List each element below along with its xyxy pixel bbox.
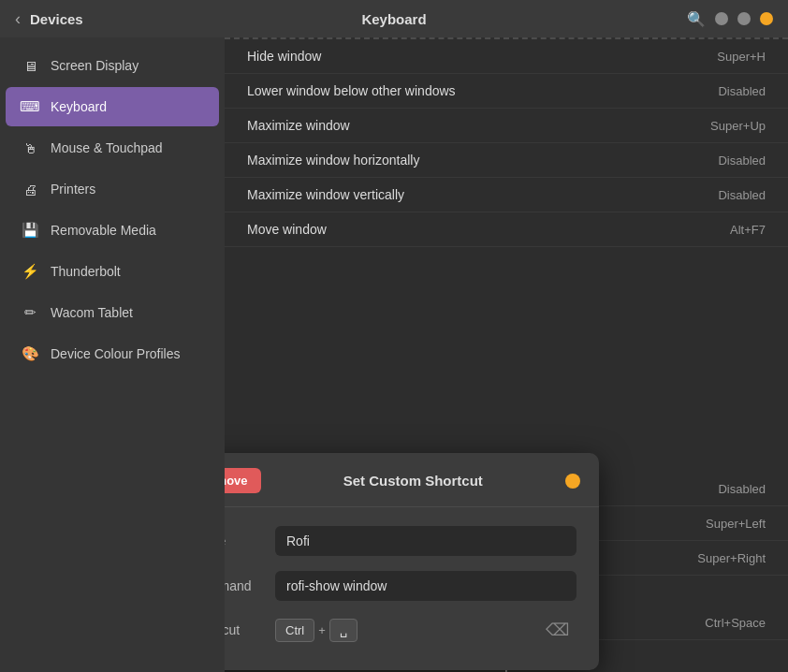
titlebar-right: 🔍: [687, 10, 773, 28]
keyboard-icon: ⌨: [21, 97, 39, 116]
back-button[interactable]: ‹: [15, 9, 21, 29]
sidebar-item-thunderbolt[interactable]: ⚡ Thunderbolt: [6, 252, 219, 291]
space-key-badge: ␣: [329, 619, 358, 642]
screen-display-icon: 🖥: [21, 56, 39, 75]
command-field: Command: [225, 571, 576, 601]
sidebar-item-device-colour-profiles[interactable]: 🎨 Device Colour Profiles: [6, 334, 219, 373]
dialog-dot: [565, 474, 580, 489]
shortcut-field: Shortcut Ctrl + ␣ ⌫: [225, 616, 576, 644]
shortcut-name: Move window: [247, 222, 327, 237]
printers-icon: 🖨: [21, 180, 39, 198]
shortcut-list: Hide window Super+H Lower window below o…: [225, 39, 788, 672]
titlebar-left: ‹ Devices: [15, 9, 83, 29]
sidebar-item-label: Thunderbolt: [51, 264, 121, 279]
wacom-icon: ✏: [21, 303, 39, 322]
maximize-button[interactable]: [737, 12, 751, 25]
titlebar-center-label: Keyboard: [361, 11, 426, 27]
sidebar-item-wacom-tablet[interactable]: ✏ Wacom Tablet: [6, 293, 219, 332]
content-area: Hide window Super+H Lower window below o…: [225, 37, 788, 672]
sidebar-item-label: Printers: [51, 182, 95, 197]
shortcut-value: Ctrl+Space: [705, 616, 766, 630]
shortcut-value: Super+Up: [710, 119, 766, 133]
clear-shortcut-button[interactable]: ⌫: [538, 616, 576, 644]
sidebar-item-label: Mouse & Touchpad: [51, 140, 163, 155]
shortcut-value: Disabled: [718, 482, 766, 496]
sidebar-item-removable-media[interactable]: 💾 Removable Media: [6, 211, 219, 250]
ctrl-key-badge: Ctrl: [275, 619, 314, 642]
table-row[interactable]: Maximize window vertically Disabled: [225, 178, 788, 212]
close-button[interactable]: [760, 12, 773, 25]
shortcut-value: Disabled: [718, 84, 766, 98]
sidebar-item-screen-display[interactable]: 🖥 Screen Display: [6, 46, 219, 85]
dialog-title: Set Custom Shortcut: [343, 473, 483, 489]
command-label: Command: [225, 578, 275, 593]
colour-profiles-icon: 🎨: [21, 344, 39, 363]
shortcut-value: Disabled: [718, 153, 766, 168]
sidebar-item-label: Keyboard: [51, 99, 107, 114]
minimize-button[interactable]: [715, 12, 728, 25]
set-custom-shortcut-dialog: Remove Set Custom Shortcut Name Command: [225, 453, 599, 670]
sidebar-item-mouse-touchpad[interactable]: 🖱 Mouse & Touchpad: [6, 128, 219, 168]
sidebar-item-keyboard[interactable]: ⌨ Keyboard: [6, 87, 219, 126]
table-row[interactable]: Maximize window Super+Up: [225, 109, 788, 143]
shortcut-value: Super+Right: [697, 551, 766, 565]
shortcut-value: Super+H: [717, 50, 766, 64]
key-plus: +: [318, 623, 326, 637]
shortcut-name: Maximize window horizontally: [247, 153, 419, 168]
sidebar-item-label: Screen Display: [51, 58, 139, 73]
search-icon[interactable]: 🔍: [687, 10, 706, 28]
table-row[interactable]: Maximize window horizontally Disabled: [225, 143, 788, 178]
table-row[interactable]: Move window Alt+F7: [225, 212, 788, 247]
shortcut-name: Maximize window vertically: [247, 187, 404, 202]
main-content: 🖥 Screen Display ⌨ Keyboard 🖱 Mouse & To…: [0, 37, 788, 672]
titlebar: ‹ Devices Keyboard 🔍: [0, 0, 788, 37]
name-input[interactable]: [275, 526, 576, 556]
dialog-body: Name Command Shortcut Ctrl +: [225, 507, 599, 670]
table-row[interactable]: Hide window Super+H: [225, 39, 788, 74]
shortcut-name: Maximize window: [247, 118, 350, 133]
thunderbolt-icon: ⚡: [21, 262, 39, 281]
sidebar-item-label: Removable Media: [51, 223, 156, 238]
sidebar-item-label: Wacom Tablet: [51, 305, 133, 320]
shortcut-value: Disabled: [718, 188, 766, 202]
remove-button[interactable]: Remove: [225, 468, 261, 493]
sidebar-item-printers[interactable]: 🖨 Printers: [6, 169, 219, 209]
shortcut-name: Hide window: [247, 49, 321, 64]
shortcut-value: Super+Left: [706, 517, 766, 531]
shortcut-name: Lower window below other windows: [247, 83, 456, 98]
shortcut-value: Alt+F7: [730, 223, 766, 237]
shortcut-keys: Ctrl + ␣: [275, 619, 538, 642]
dialog-header: Remove Set Custom Shortcut: [225, 453, 599, 507]
titlebar-devices-label: Devices: [30, 11, 83, 27]
sidebar: 🖥 Screen Display ⌨ Keyboard 🖱 Mouse & To…: [0, 37, 225, 672]
shortcut-label: Shortcut: [225, 622, 275, 637]
mouse-icon: 🖱: [21, 139, 39, 157]
name-field: Name: [225, 526, 576, 556]
table-row[interactable]: Lower window below other windows Disable…: [225, 74, 788, 109]
name-label: Name: [225, 533, 275, 548]
removable-media-icon: 💾: [21, 221, 39, 240]
sidebar-item-label: Device Colour Profiles: [51, 346, 181, 361]
command-input[interactable]: [275, 571, 576, 601]
